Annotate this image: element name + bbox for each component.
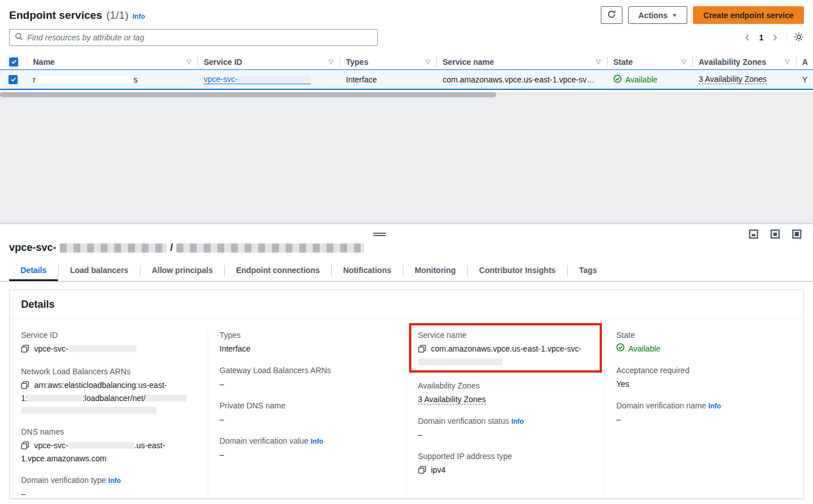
search-icon xyxy=(15,32,23,43)
refresh-button[interactable] xyxy=(601,6,622,24)
panel-bottom-icon xyxy=(749,229,758,241)
sort-icon[interactable]: ▽ xyxy=(182,58,191,65)
page-number[interactable]: 1 xyxy=(759,33,764,42)
actions-button[interactable]: Actions ▼ xyxy=(628,6,687,24)
next-page-button[interactable] xyxy=(770,32,779,43)
field-types: Types Interface xyxy=(220,331,395,355)
sort-icon[interactable]: ▽ xyxy=(592,58,601,65)
detail-tabs: Details Load balancers Allow principals … xyxy=(0,261,813,282)
panel-full-icon xyxy=(792,229,802,241)
info-link[interactable]: Info xyxy=(511,418,524,425)
horizontal-scrollbar[interactable] xyxy=(0,92,813,97)
panel-center-icon xyxy=(770,229,780,241)
field-nlb-arns: Network Load Balancers ARNs arn:aws:elas… xyxy=(21,367,196,416)
split-panel-controls xyxy=(746,228,804,242)
field-domain-verification-status: Domain verification status Info – xyxy=(418,416,593,441)
row-checkbox[interactable] xyxy=(9,75,18,84)
select-all-checkbox[interactable] xyxy=(9,57,18,67)
info-link[interactable]: Info xyxy=(311,437,323,445)
search-input[interactable] xyxy=(27,33,372,42)
sort-icon[interactable]: ▽ xyxy=(677,58,686,65)
page-info-link[interactable]: Info xyxy=(133,13,145,20)
split-panel: vpce-svc- / Details Load balancers Allow… xyxy=(0,224,813,504)
field-supported-ip-address-type: Supported IP address type ipv4 xyxy=(418,452,593,477)
page-header: Endpoint services (1/1) Info Actions ▼ C… xyxy=(0,0,813,24)
sort-icon[interactable]: ▽ xyxy=(324,58,333,65)
create-endpoint-service-button[interactable]: Create endpoint service xyxy=(693,6,804,24)
table-row[interactable]: rs vpce-svc- Interface com.amazonaws.vpc… xyxy=(0,69,813,90)
field-dns-names: DNS names vpce-svc-.us-east- 1.vpce.amaz… xyxy=(21,427,196,465)
copy-icon[interactable] xyxy=(418,465,426,477)
redacted-text xyxy=(238,76,311,82)
field-private-dns-name: Private DNS name – xyxy=(220,401,395,425)
tab-load-balancers[interactable]: Load balancers xyxy=(59,261,140,281)
column-header-name[interactable]: Name ▽ xyxy=(27,54,198,69)
gear-icon xyxy=(794,32,804,44)
table-header-row: Name ▽ Service ID ▽ Types ▽ Service name… xyxy=(0,54,813,69)
redacted-text xyxy=(68,345,137,352)
details-column-1: Service ID vpce-svc- Network Load Balanc… xyxy=(10,331,208,499)
copy-icon[interactable] xyxy=(21,441,29,453)
details-card-heading: Details xyxy=(10,290,803,319)
field-acceptance-required: Acceptance required Yes xyxy=(616,366,792,390)
details-column-4: State Available Acceptance required Yes xyxy=(605,331,803,499)
panel-position-side-button[interactable] xyxy=(767,228,782,242)
cell-acceptance-truncated: Y xyxy=(797,70,813,89)
tab-tags[interactable]: Tags xyxy=(568,261,609,281)
redacted-text xyxy=(146,395,187,402)
tab-allow-principals[interactable]: Allow principals xyxy=(141,261,224,281)
column-header-service-name[interactable]: Service name ▽ xyxy=(437,54,608,69)
column-header-service-id[interactable]: Service ID ▽ xyxy=(198,54,340,69)
field-glb-arns: Gateway Load Balancers ARNs – xyxy=(220,366,395,390)
tab-details[interactable]: Details xyxy=(9,261,58,281)
tab-monitoring[interactable]: Monitoring xyxy=(403,261,467,281)
tab-notifications[interactable]: Notifications xyxy=(332,261,403,281)
redacted-text xyxy=(21,407,156,414)
redacted-text xyxy=(60,243,167,253)
copy-icon[interactable] xyxy=(418,344,426,356)
search-box[interactable] xyxy=(9,29,378,46)
resource-count: (1/1) xyxy=(106,9,129,22)
table-toolbar: 1 xyxy=(0,24,813,46)
split-panel-drag-handle[interactable] xyxy=(373,233,386,236)
panel-position-bottom-button[interactable] xyxy=(746,228,761,242)
info-link[interactable]: Info xyxy=(708,402,721,410)
cell-state: Available xyxy=(608,70,693,89)
redacted-text xyxy=(418,358,502,365)
column-header-acceptance-truncated[interactable]: A xyxy=(797,54,813,69)
previous-page-button[interactable] xyxy=(743,32,752,43)
sort-icon[interactable]: ▽ xyxy=(421,58,430,65)
page-background xyxy=(0,98,813,224)
page-title: Endpoint services xyxy=(9,9,102,22)
preferences-gear-button[interactable] xyxy=(794,32,804,44)
column-header-availability-zones[interactable]: Availability Zones ▽ xyxy=(693,54,797,69)
column-header-state[interactable]: State ▽ xyxy=(608,54,693,69)
cell-service-name: com.amazonaws.vpce.us-east-1.vpce-sv… xyxy=(437,70,608,89)
horizontal-scrollbar-thumb[interactable] xyxy=(0,92,496,97)
cell-availability-zones: 3 Availability Zones xyxy=(693,70,797,89)
sort-icon[interactable]: ▽ xyxy=(781,58,790,65)
redacted-text xyxy=(36,76,134,83)
chevron-down-icon: ▼ xyxy=(672,13,677,18)
status-available-icon xyxy=(613,75,622,85)
row-select-cell xyxy=(0,70,27,89)
availability-zones-popover-link[interactable]: 3 Availability Zones xyxy=(418,395,486,404)
redacted-text xyxy=(28,395,82,402)
copy-icon[interactable] xyxy=(21,344,29,356)
column-header-types[interactable]: Types ▽ xyxy=(340,54,437,69)
availability-zones-popover-link[interactable]: 3 Availability Zones xyxy=(699,75,767,84)
details-column-3: Service name com.amazonaws.vpce.us-east-… xyxy=(407,331,605,499)
panel-maximize-button[interactable] xyxy=(789,228,804,242)
tab-endpoint-connections[interactable]: Endpoint connections xyxy=(225,261,331,281)
field-service-id: Service ID vpce-svc- xyxy=(21,331,196,356)
cell-service-id: vpce-svc- xyxy=(198,70,340,89)
endpoint-services-table: Name ▽ Service ID ▽ Types ▽ Service name… xyxy=(0,54,813,97)
info-link[interactable]: Info xyxy=(108,477,121,485)
split-panel-title: vpce-svc- / xyxy=(0,224,813,254)
copy-icon[interactable] xyxy=(21,381,29,393)
field-domain-verification-name: Domain verification name Info – xyxy=(616,401,792,425)
tab-contributor-insights[interactable]: Contributor Insights xyxy=(468,261,567,281)
cell-types: Interface xyxy=(340,70,437,89)
select-all-header-cell xyxy=(0,54,27,69)
service-id-link[interactable]: vpce-svc- xyxy=(204,75,311,84)
